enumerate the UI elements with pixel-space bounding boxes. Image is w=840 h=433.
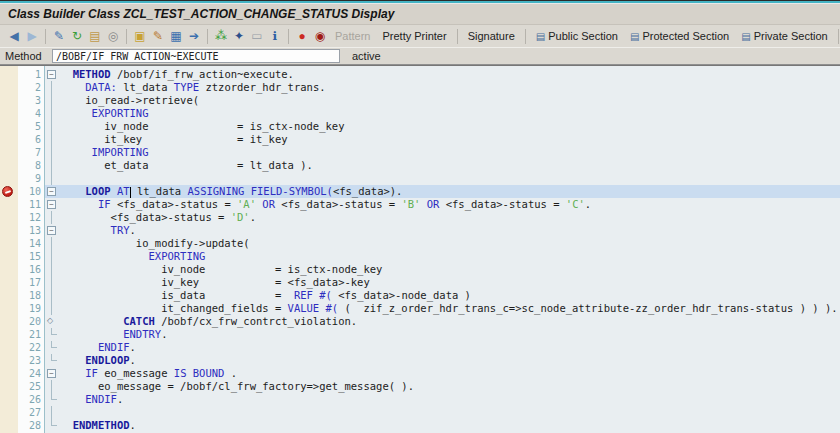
display-change-icon[interactable]: ✎ [51,28,67,44]
code-line[interactable]: 3 io_read->retrieve( [0,94,840,107]
layout-icon[interactable]: ▭ [249,28,265,44]
code-text[interactable]: TRY. [60,224,840,237]
line-margin[interactable] [0,198,18,211]
code-line[interactable]: 6 it_key = it_key [0,133,840,146]
code-line[interactable]: 5 iv_node = is_ctx-node_key [0,120,840,133]
code-line[interactable]: 1− METHOD /bobf/if_frw_action~execute. [0,68,840,81]
fold-gutter[interactable]: − [45,224,60,237]
code-text[interactable]: IMPORTING [60,146,840,159]
protected-section-button[interactable]: ▤Protected Section [624,28,735,44]
code-text[interactable]: ENDIF. [60,341,840,354]
line-margin[interactable] [0,406,18,419]
check-icon[interactable]: ▦ [168,28,184,44]
external-breakpoint-icon[interactable]: ◉ [312,28,328,44]
lock-icon[interactable]: ▣ [132,28,148,44]
code-text[interactable] [60,406,840,419]
code-text[interactable]: LOOP AT lt_data ASSIGNING FIELD-SYMBOL(<… [60,185,840,198]
code-text[interactable]: ENDLOOP. [60,354,840,367]
code-line[interactable]: 14 io_modify->update( [0,237,840,250]
line-margin[interactable] [0,120,18,133]
code-line[interactable]: 19 it_changed_fields = VALUE #( ( zif_z_… [0,302,840,315]
code-text[interactable]: it_changed_fields = VALUE #( ( zif_z_ord… [60,302,840,315]
line-margin[interactable] [0,81,18,94]
line-margin[interactable] [0,263,18,276]
fold-gutter[interactable]: − [45,185,60,198]
code-line[interactable]: 12 <fs_data>-status = 'D'. [0,211,840,224]
line-margin[interactable] [0,211,18,224]
code-text[interactable]: is_data = REF #( <fs_data>-node_data ) [60,289,840,302]
line-margin[interactable] [0,185,18,198]
code-text[interactable]: EXPORTING [60,250,840,263]
code-text[interactable]: IF <fs_data>-status = 'A' OR <fs_data>-s… [60,198,840,211]
fold-gutter[interactable]: − [45,198,60,211]
code-line[interactable]: 7 IMPORTING [0,146,840,159]
code-line[interactable]: 8 et_data = lt_data ). [0,159,840,172]
code-line[interactable]: 2 DATA: lt_data TYPE ztzorder_hdr_trans. [0,81,840,94]
line-margin[interactable] [0,94,18,107]
line-margin[interactable] [0,250,18,263]
test-icon[interactable]: ✦ [231,28,247,44]
code-text[interactable]: it_key = it_key [60,133,840,146]
code-line[interactable]: 21 ENDTRY. [0,328,840,341]
code-text[interactable]: et_data = lt_data ). [60,159,840,172]
navigate-icon[interactable]: ➔ [186,28,202,44]
fold-gutter[interactable]: − [45,367,60,380]
line-margin[interactable] [0,341,18,354]
code-line[interactable]: 18 is_data = REF #( <fs_data>-node_data … [0,289,840,302]
code-line[interactable]: 26 ENDIF. [0,393,840,406]
code-line[interactable]: 28 ENDMETHOD. [0,419,840,432]
line-margin[interactable] [0,302,18,315]
line-margin[interactable] [0,328,18,341]
line-margin[interactable] [0,68,18,81]
code-line[interactable]: 4 EXPORTING [0,107,840,120]
fold-collapse-icon[interactable]: − [47,70,56,79]
line-margin[interactable] [0,419,18,432]
code-text[interactable]: METHOD /bobf/if_frw_action~execute. [60,68,840,81]
line-margin[interactable] [0,107,18,120]
code-line[interactable]: 9 [0,172,840,185]
code-text[interactable]: iv_node = is_ctx-node_key [60,120,840,133]
code-line[interactable]: 15 EXPORTING [0,250,840,263]
code-text[interactable]: EXPORTING [60,107,840,120]
fold-gutter[interactable]: − [45,68,60,81]
private-section-button[interactable]: ▤Private Section [735,28,833,44]
code-line[interactable]: 11− IF <fs_data>-status = 'A' OR <fs_dat… [0,198,840,211]
info-icon[interactable]: ℹ [267,28,283,44]
session-breakpoint-icon[interactable]: ● [294,28,310,44]
hierarchy-icon[interactable]: ⁂ [213,28,229,44]
line-margin[interactable] [0,315,18,328]
line-margin[interactable] [0,276,18,289]
code-line[interactable]: 13− TRY. [0,224,840,237]
code-text[interactable]: ENDMETHOD. [60,419,840,432]
line-margin[interactable] [0,159,18,172]
refresh-icon[interactable]: ↻ [69,28,85,44]
code-text[interactable]: eo_message = /bobf/cl_frw_factory=>get_m… [60,380,840,393]
line-margin[interactable] [0,224,18,237]
copy-icon[interactable]: ▤ [87,28,103,44]
code-line[interactable]: 22 ENDIF. [0,341,840,354]
line-margin[interactable] [0,380,18,393]
fold-collapse-icon[interactable]: − [47,200,56,209]
where-used-icon[interactable]: ◎ [105,28,121,44]
code-text[interactable] [60,172,840,185]
breakpoint-icon[interactable] [2,186,13,197]
line-margin[interactable] [0,172,18,185]
code-text[interactable]: CATCH /bobf/cx_frw_contrct_violation. [60,315,840,328]
code-text[interactable]: iv_key = <fs_data>-key [60,276,840,289]
code-text[interactable]: iv_node = is_ctx-node_key [60,263,840,276]
pretty-printer-button[interactable]: Pretty Printer [376,28,452,44]
fold-collapse-icon[interactable]: − [47,226,56,235]
code-line[interactable]: 20◇ CATCH /bobf/cx_frw_contrct_violation… [0,315,840,328]
public-section-button[interactable]: ▤Public Section [530,28,624,44]
code-line[interactable]: 10− LOOP AT lt_data ASSIGNING FIELD-SYMB… [0,185,840,198]
code-line[interactable]: 25 eo_message = /bobf/cl_frw_factory=>ge… [0,380,840,393]
code-editor[interactable]: 1− METHOD /bobf/if_frw_action~execute.2 … [0,65,840,433]
forward-icon[interactable]: ▶ [24,28,40,44]
fold-collapse-icon[interactable]: − [47,187,56,196]
code-line[interactable]: 24− IF eo_message IS BOUND . [0,367,840,380]
line-margin[interactable] [0,146,18,159]
line-margin[interactable] [0,237,18,250]
back-icon[interactable]: ◀ [6,28,22,44]
code-text[interactable]: ENDTRY. [60,328,840,341]
edit-icon[interactable]: ✎ [150,28,166,44]
